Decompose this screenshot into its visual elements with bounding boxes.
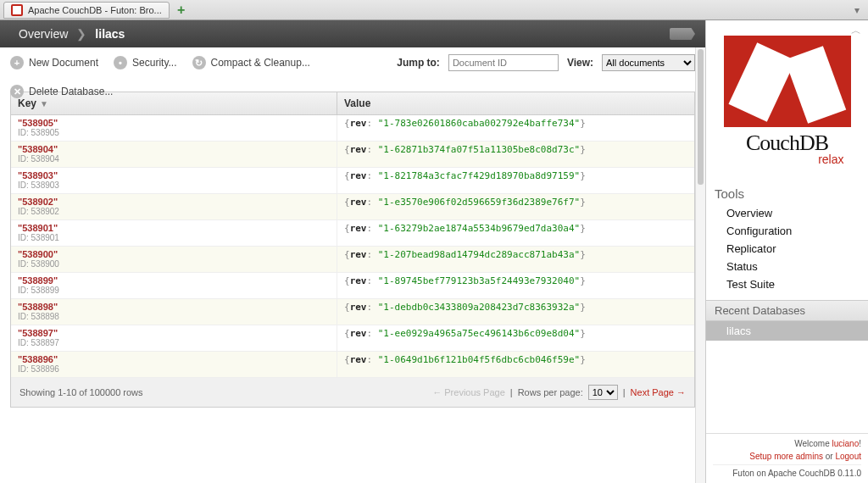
toolbar: + New Document • Security... ↻ Compact &… [0,47,705,92]
sidebar-tool-item[interactable]: Overview [726,204,868,222]
cell-key: "538903"ID: 538903 [11,168,337,193]
sidebar-tool-item[interactable]: Status [726,258,868,275]
footer: Welcome luciano! Setup more admins or Lo… [706,433,868,483]
couchdb-logo-name: CouchDB [746,130,828,156]
document-key[interactable]: "538900" [18,249,330,259]
cell-key: "538905"ID: 538905 [11,115,337,141]
breadcrumb: Overview ❯ lilacs [0,20,705,47]
cell-key: "538898"ID: 538898 [11,299,337,325]
scrollbar[interactable] [695,47,705,483]
document-id: ID: 538904 [18,154,330,164]
couchdb-logo: CouchDB relax [724,36,851,166]
document-id: ID: 538901 [18,233,330,242]
table-row[interactable]: "538903"ID: 538903{rev: "1-821784a3cfac7… [11,168,694,194]
breadcrumb-overview[interactable]: Overview [10,27,76,41]
table-row[interactable]: "538900"ID: 538900{rev: "1-207bead98ad14… [11,247,694,273]
chevron-right-icon: ❯ [76,27,86,41]
document-key[interactable]: "538898" [18,302,330,312]
document-id: ID: 538899 [18,286,330,295]
view-label: View: [567,57,593,69]
breadcrumb-tag-icon [670,28,695,40]
table-row[interactable]: "538899"ID: 538899{rev: "1-89745bef77912… [11,273,694,299]
prev-page-button[interactable]: ← Previous Page [432,387,505,397]
document-key[interactable]: "538901" [18,223,330,233]
cell-value: {rev: "1-62871b374fa07f51a11305be8c08d73… [337,142,694,167]
document-key[interactable]: "538899" [18,275,330,286]
table-row[interactable]: "538896"ID: 538896{rev: "1-0649d1b6f121b… [11,352,694,378]
cell-value: {rev: "1-e3570e906f02d596659f36d2389e76f… [337,194,694,219]
setup-admins-link[interactable]: Setup more admins [749,452,823,461]
cell-value: {rev: "1-89745bef779123b3a5f24493e793204… [337,273,694,298]
new-tab-button[interactable]: + [173,3,190,18]
tabbar-menu-caret-icon[interactable]: ▾ [849,4,865,16]
tools-heading: Tools [706,181,868,204]
couchdb-logo-relax: relax [818,153,843,166]
favicon-couchdb [11,4,23,16]
security-button[interactable]: • Security... [114,56,176,69]
pager: Showing 1-10 of 100000 rows ← Previous P… [11,378,694,407]
document-id: ID: 538902 [18,207,330,216]
table-row[interactable]: "538898"ID: 538898{rev: "1-debdb0c343380… [11,299,694,325]
cell-value: {rev: "1-ee0929a4965a75ec496143b6c09e8d0… [337,325,694,351]
document-id: ID: 538905 [18,128,330,137]
jump-to-input[interactable] [448,54,559,71]
cell-key: "538896"ID: 538896 [11,352,337,377]
document-key[interactable]: "538903" [18,170,330,180]
sidebar-tool-item[interactable]: Replicator [726,240,868,258]
sort-desc-icon: ▼ [40,99,48,108]
document-id: ID: 538897 [18,338,330,347]
recent-db-item[interactable]: lilacs [706,321,868,341]
cell-key: "538901"ID: 538901 [11,220,337,246]
cell-key: "538904"ID: 538904 [11,142,337,167]
document-id: ID: 538903 [18,180,330,190]
sidebar: ︿ CouchDB relax Tools OverviewConfigurat… [705,20,868,483]
breadcrumb-current: lilacs [86,27,133,41]
cell-key: "538899"ID: 538899 [11,273,337,298]
cell-value: {rev: "1-debdb0c3433809a208423d7c8363932… [337,299,694,325]
column-header-value[interactable]: Value [337,92,377,114]
jump-to-label: Jump to: [397,57,440,69]
rows-per-page-select[interactable]: 10 [588,385,618,400]
recent-databases-heading: Recent Databases [706,300,868,321]
document-key[interactable]: "538896" [18,354,330,364]
rows-per-page-label: Rows per page: [518,387,583,397]
table-row[interactable]: "538897"ID: 538897{rev: "1-ee0929a4965a7… [11,325,694,352]
tab-title: Apache CouchDB - Futon: Bro... [28,5,162,15]
collapse-sidebar-icon[interactable]: ︿ [851,24,861,38]
next-page-button[interactable]: Next Page → [631,387,686,397]
table-row[interactable]: "538902"ID: 538902{rev: "1-e3570e906f02d… [11,194,694,220]
version-line: Futon on Apache CouchDB 0.11.0 [713,464,861,480]
document-key[interactable]: "538902" [18,197,330,207]
column-header-key[interactable]: Key ▼ [11,92,337,114]
compact-icon: ↻ [192,56,206,69]
table-row[interactable]: "538904"ID: 538904{rev: "1-62871b374fa07… [11,142,694,168]
scrollbar-thumb[interactable] [698,49,704,185]
table-row[interactable]: "538905"ID: 538905{rev: "1-783e02601860c… [11,115,694,142]
table-row[interactable]: "538901"ID: 538901{rev: "1-63279b2ae1874… [11,220,694,247]
cell-value: {rev: "1-207bead98ad14794dc289acc871ab43… [337,247,694,272]
cell-key: "538897"ID: 538897 [11,325,337,351]
view-select[interactable]: All documents [602,54,695,71]
document-key[interactable]: "538897" [18,328,330,338]
cell-value: {rev: "1-0649d1b6f121b04f5f6dbc6cb046f59… [337,352,694,377]
browser-tab-active[interactable]: Apache CouchDB - Futon: Bro... [3,2,170,19]
cell-value: {rev: "1-783e02601860caba002792e4baffe73… [337,115,694,141]
pager-status: Showing 1-10 of 100000 rows [19,387,143,397]
document-id: ID: 538896 [18,364,330,374]
documents-table: Key ▼ Value "538905"ID: 538905{rev: "1-7… [10,92,695,408]
browser-tabbar: Apache CouchDB - Futon: Bro... + ▾ [0,0,868,20]
new-document-button[interactable]: + New Document [10,56,98,69]
document-key[interactable]: "538904" [18,144,330,154]
sidebar-tool-item[interactable]: Test Suite [726,275,868,293]
document-id: ID: 538900 [18,259,330,269]
cell-key: "538900"ID: 538900 [11,247,337,272]
cell-key: "538902"ID: 538902 [11,194,337,219]
plus-icon: + [10,56,24,69]
document-key[interactable]: "538905" [18,118,330,128]
compact-cleanup-button[interactable]: ↻ Compact & Cleanup... [192,56,310,69]
main-pane: Overview ❯ lilacs + New Document • Secur… [0,20,705,483]
current-user-link[interactable]: luciano [832,439,860,448]
sidebar-tool-item[interactable]: Configuration [726,222,868,240]
logout-link[interactable]: Logout [835,452,861,461]
couchdb-logo-mark [724,36,851,127]
